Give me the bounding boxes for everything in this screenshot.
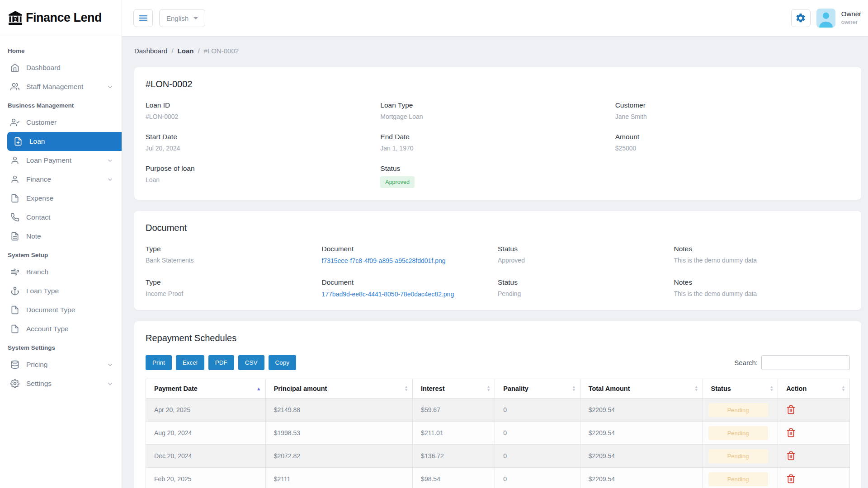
trash-icon [786,451,796,460]
export-excel-button[interactable]: Excel [176,355,204,370]
table-row: Dec 20, 2024 $2072.82 $136.72 0 $2209.54… [146,445,850,468]
sidebar-item-loan[interactable]: Loan [7,132,122,151]
sidebar-item-note[interactable]: Note [0,227,122,246]
sidebar-item-account-type[interactable]: Account Type [0,319,122,338]
table-body: Apr 20, 2025 $2149.88 $59.67 0 $2209.54 … [146,399,850,488]
sidebar-item-finance[interactable]: Finance [0,170,122,189]
breadcrumb-current: #LON-0002 [204,47,239,55]
document-status-field: Status Approved [498,245,674,265]
sidebar-item-dashboard[interactable]: Dashboard [0,58,122,77]
sidebar-item-settings[interactable]: Settings [0,374,122,393]
sidebar-item-document-type[interactable]: Document Type [0,300,122,319]
export-pdf-button[interactable]: PDF [208,355,234,370]
field-value: This is the demo dummy data [674,257,850,264]
cell-principal: $2149.88 [265,399,412,422]
bank-icon: $ [7,10,24,26]
sidebar-item-expense[interactable]: Expense [0,189,122,208]
sidebar-section-title: System Settings [0,338,122,355]
cell-total: $2209.54 [580,422,703,445]
sidebar-item-label: Loan [29,137,45,145]
sidebar-item-staff-management[interactable]: Staff Management [0,77,122,96]
pending-badge: Pending [708,426,768,440]
column-label: Principal amount [274,385,327,392]
avatar[interactable] [816,9,835,28]
breadcrumb-separator: / [171,47,173,55]
cell-payment-date: Aug 20, 2024 [146,422,266,445]
user-icon [10,156,19,165]
language-dropdown[interactable]: English [159,9,205,27]
table-toolbar: PrintExcelPDFCSVCopy Search: [146,355,850,370]
document-card: Document Type Bank Statements Document f… [134,211,861,310]
sidebar-item-loan-type[interactable]: Loan Type [0,282,122,300]
sort-icon: ▲▼ [572,385,576,392]
wind-icon [10,267,19,277]
document-grid: Type Bank Statements Document f7315eee-f… [146,245,850,298]
sort-asc-icon: ▲ [256,386,261,391]
field-label: End Date [380,133,615,141]
loan-detail-grid: Loan ID#LON-0002Loan TypeMortgage LoanCu… [146,101,850,188]
document-file-link[interactable]: f7315eee-f7c8-4f09-a895-a95c28fdd01f.png [322,257,446,264]
column-header-interest[interactable]: Interest▲▼ [413,379,495,399]
sidebar-item-branch[interactable]: Branch [0,263,122,282]
cell-status: Pending [703,445,778,468]
cell-interest: $98.54 [413,468,495,488]
field-value: Pending [498,290,674,297]
field-label: Status [498,278,674,286]
loan-field-start-date: Start DateJul 20, 2024 [146,133,380,152]
language-label: English [166,14,189,22]
database-icon [10,360,19,369]
delete-row-button[interactable] [786,473,796,485]
column-header-status[interactable]: Status▲▼ [703,379,778,399]
cell-status: Pending [703,422,778,445]
settings-button[interactable] [791,9,811,27]
sort-icon: ▲▼ [841,385,845,392]
sidebar-item-pricing[interactable]: Pricing [0,355,122,374]
field-label: Notes [674,245,850,253]
sidebar-item-label: Note [26,232,41,240]
sort-icon: ▲▼ [486,385,491,392]
user-meta[interactable]: Owner owner [841,10,861,26]
sidebar-section-title: System Setup [0,246,122,263]
column-label: Total Amount [589,385,630,392]
cell-panality: 0 [495,399,580,422]
table-row: Feb 20, 2025 $2111 $98.54 0 $2209.54 Pen… [146,468,850,488]
pending-badge: Pending [708,403,768,417]
trash-icon [786,474,796,483]
sidebar-item-contact[interactable]: Contact [0,208,122,227]
sidebar-item-label: Expense [26,194,53,202]
cell-payment-date: Dec 20, 2024 [146,445,266,468]
pending-badge: Pending [708,449,768,463]
delete-row-button[interactable] [786,450,796,462]
column-label: Status [711,385,731,392]
export-print-button[interactable]: Print [146,355,172,370]
cell-total: $2209.54 [580,399,703,422]
breadcrumb-loan[interactable]: Loan [178,47,194,55]
column-header-principal-amount[interactable]: Principal amount▲▼ [265,379,412,399]
delete-row-button[interactable] [786,404,796,416]
repayment-card-title: Repayment Schedules [146,333,850,343]
document-type-field: Type Income Proof [146,278,322,298]
delete-row-button[interactable] [786,427,796,439]
breadcrumb-dashboard[interactable]: Dashboard [134,47,167,55]
column-header-total-amount[interactable]: Total Amount▲▼ [580,379,703,399]
user-icon [10,175,19,184]
cell-interest: $211.01 [413,422,495,445]
sidebar-item-loan-payment[interactable]: Loan Payment [0,151,122,170]
export-copy-button[interactable]: Copy [269,355,297,370]
field-label: Loan ID [146,101,380,109]
column-header-action[interactable]: Action▲▼ [778,379,850,399]
sidebar-item-customer[interactable]: Customer [0,113,122,132]
cell-panality: 0 [495,468,580,488]
column-header-panality[interactable]: Panality▲▼ [495,379,580,399]
brand-logo[interactable]: $ Finance Lend [0,0,122,36]
sidebar-toggle-button[interactable] [133,9,153,27]
export-csv-button[interactable]: CSV [238,355,264,370]
loan-field-end-date: End DateJan 1, 1970 [380,133,615,152]
column-label: Payment Date [154,385,198,392]
document-file-link[interactable]: 177bad9d-ee8c-4441-8050-78e0dac4ec82.png [322,291,454,298]
field-label: Type [146,245,322,253]
table-row: Aug 20, 2024 $1998.53 $211.01 0 $2209.54… [146,422,850,445]
column-header-payment-date[interactable]: Payment Date▲ [146,379,266,399]
search-input[interactable] [761,355,850,370]
chevron-down-icon [107,176,113,183]
